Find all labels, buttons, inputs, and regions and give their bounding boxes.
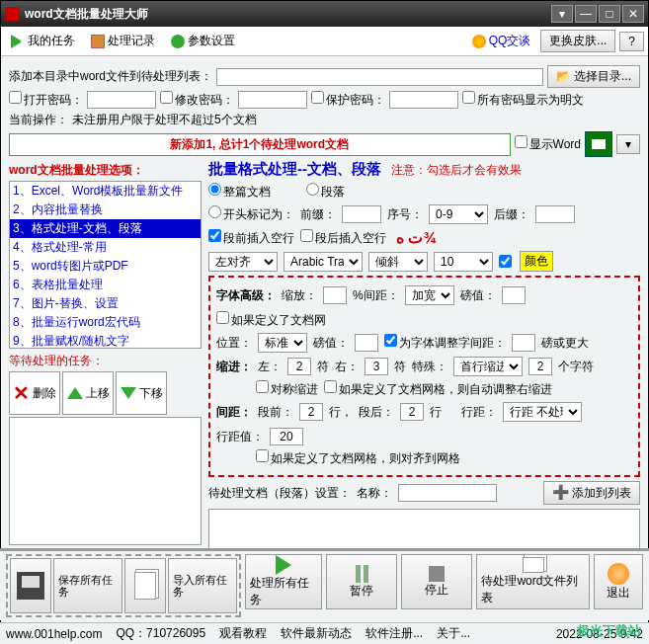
add-to-list-button[interactable]: ➕ 添加到列表: [543, 481, 640, 505]
linedist-input[interactable]: [270, 428, 303, 445]
option-item[interactable]: 2、内容批量替换: [10, 201, 201, 219]
process-all-button[interactable]: 处理所有任务: [245, 554, 322, 609]
spacing-select[interactable]: 加宽: [405, 285, 454, 305]
qq-chat-button[interactable]: QQ交谈: [466, 31, 537, 51]
watermark: 极光下载站: [577, 622, 641, 640]
pound-input[interactable]: [502, 286, 526, 304]
option-item[interactable]: 9、批量赋权/随机文字: [10, 332, 201, 349]
option-item[interactable]: 4、格式处理-常用: [10, 238, 201, 257]
exit-button[interactable]: 退出: [594, 554, 643, 609]
start-mark-radio[interactable]: 开头标记为：: [208, 205, 294, 223]
stop-icon: [429, 566, 445, 582]
tool-button[interactable]: ▾: [551, 5, 573, 23]
x-icon: ✕: [13, 381, 30, 405]
fontstyle-select[interactable]: 倾斜: [368, 252, 428, 272]
import-all-label-button[interactable]: 导入所有任务: [168, 558, 237, 613]
modify-pwd-input[interactable]: [238, 91, 307, 109]
grid-align-check[interactable]: 如果定义了文档网格，则对齐到网格: [256, 449, 460, 467]
help-button[interactable]: ?: [619, 32, 644, 51]
font-adv-label: 字体高级：: [216, 287, 276, 304]
pending-doc-label: 待处理文档（段落）设置：: [208, 485, 351, 502]
paragraph-radio[interactable]: 段落: [306, 183, 345, 201]
stop-button[interactable]: 停止: [401, 554, 472, 609]
special-select[interactable]: 首行缩进: [453, 357, 523, 376]
option-item[interactable]: 1、Excel、Word模板批量新文件: [10, 182, 201, 201]
suffix-input[interactable]: [535, 205, 575, 223]
insert-after-check[interactable]: 段后插入空行: [300, 229, 386, 247]
seqno-select[interactable]: 0-9: [429, 204, 488, 224]
option-item[interactable]: 6、表格批量处理: [10, 276, 201, 294]
adjust-input[interactable]: [512, 334, 535, 352]
move-up-button[interactable]: 上移: [62, 371, 114, 415]
my-tasks-tab[interactable]: 我的任务: [5, 31, 81, 51]
save-icon-button[interactable]: [585, 131, 612, 157]
color-check[interactable]: [499, 255, 512, 268]
register-link[interactable]: 软件注册...: [365, 625, 423, 642]
option-item-selected[interactable]: 3、格式处理-文档、段落: [10, 219, 201, 238]
select-dir-button[interactable]: 📂 选择目录...: [547, 65, 640, 88]
doc-icon: [134, 572, 156, 600]
skin-button[interactable]: 更换皮肤...: [540, 30, 615, 52]
minimize-button[interactable]: —: [575, 5, 597, 23]
option-item[interactable]: 8、批量运行word宏代码: [10, 313, 201, 332]
fontsize-select[interactable]: 10: [434, 252, 493, 272]
pound2-input[interactable]: [355, 334, 378, 352]
align-select[interactable]: 左对齐: [208, 252, 278, 272]
option-item[interactable]: 5、word转图片或PDF: [10, 257, 201, 276]
protect-pwd-check[interactable]: 保护密码：: [311, 91, 385, 109]
grid-auto-check[interactable]: 如果定义了文档网格，则自动调整右缩进: [324, 380, 552, 398]
close-button[interactable]: ✕: [622, 5, 644, 23]
dir-input[interactable]: [216, 68, 543, 86]
color-button[interactable]: 颜色: [520, 251, 553, 272]
statusbar: www.001help.com QQ：710726095 观看教程 软件最新动态…: [0, 622, 649, 644]
if-defined-check[interactable]: 如果定义了文档网: [216, 311, 326, 329]
import-all-button[interactable]: [124, 558, 166, 613]
pending-tasks-list[interactable]: [9, 417, 202, 545]
news-link[interactable]: 软件最新动态: [281, 625, 352, 642]
window-title: word文档批量处理大师: [25, 6, 549, 23]
records-tab[interactable]: 处理记录: [85, 31, 161, 51]
right-input[interactable]: [365, 358, 388, 375]
dropdown-button[interactable]: ▾: [616, 134, 640, 154]
special-num-input[interactable]: [528, 358, 552, 375]
after-input[interactable]: [400, 403, 424, 421]
save-all-button[interactable]: [10, 558, 51, 613]
open-pwd-check[interactable]: 打开密码：: [9, 91, 83, 109]
maximize-button[interactable]: □: [599, 5, 620, 23]
save-all-label-button[interactable]: 保存所有任务: [53, 558, 122, 613]
prefix-input[interactable]: [342, 205, 381, 223]
move-down-button[interactable]: 下移: [116, 371, 167, 415]
position-select[interactable]: 标准: [258, 333, 307, 353]
titlebar: word文档批量处理大师 ▾ — □ ✕: [1, 1, 648, 27]
name-input[interactable]: [398, 484, 497, 502]
settings-tab[interactable]: 参数设置: [165, 31, 241, 51]
pending-list-button[interactable]: 待处理word文件列表: [476, 554, 590, 609]
sym-indent-check[interactable]: 对称缩进: [256, 380, 318, 398]
option-item[interactable]: 7、图片-替换、设置: [10, 294, 201, 313]
status-banner: 新添加1, 总计1个待处理word文档: [9, 133, 511, 156]
insert-before-check[interactable]: 段前插入空行: [208, 229, 294, 247]
font-select[interactable]: Arabic Traditional: [284, 252, 363, 272]
about-link[interactable]: 关于...: [437, 625, 470, 642]
show-word-check[interactable]: 显示Word: [515, 135, 581, 153]
before-input[interactable]: [299, 403, 323, 421]
options-list[interactable]: 1、Excel、Word模板批量新文件 2、内容批量替换 3、格式处理-文档、段…: [9, 181, 202, 349]
person-icon: [608, 563, 629, 585]
show-plain-check[interactable]: 所有密码显示为明文: [462, 91, 584, 109]
adjust-spacing-check[interactable]: 为字体调整字间距：: [384, 334, 506, 352]
protect-pwd-input[interactable]: [389, 91, 458, 109]
delete-button[interactable]: ✕删除: [9, 371, 60, 415]
disk-icon: [17, 572, 44, 600]
qq-link[interactable]: QQ：710726095: [116, 625, 205, 642]
panel-title: 批量格式处理--文档、段落: [208, 160, 381, 179]
linedist-select[interactable]: 行距 不处理: [503, 402, 582, 422]
open-pwd-input[interactable]: [87, 91, 156, 109]
left-input[interactable]: [287, 358, 311, 375]
modify-pwd-check[interactable]: 修改密码：: [160, 91, 234, 109]
current-op-value: 未注册用户限于处理不超过5个文档: [72, 112, 257, 128]
website-link[interactable]: www.001help.com: [6, 627, 102, 641]
whole-doc-radio[interactable]: 整篇文档: [208, 183, 271, 201]
pause-button[interactable]: 暂停: [326, 554, 397, 609]
tutorial-link[interactable]: 观看教程: [219, 625, 267, 642]
scale-input[interactable]: [323, 286, 347, 304]
